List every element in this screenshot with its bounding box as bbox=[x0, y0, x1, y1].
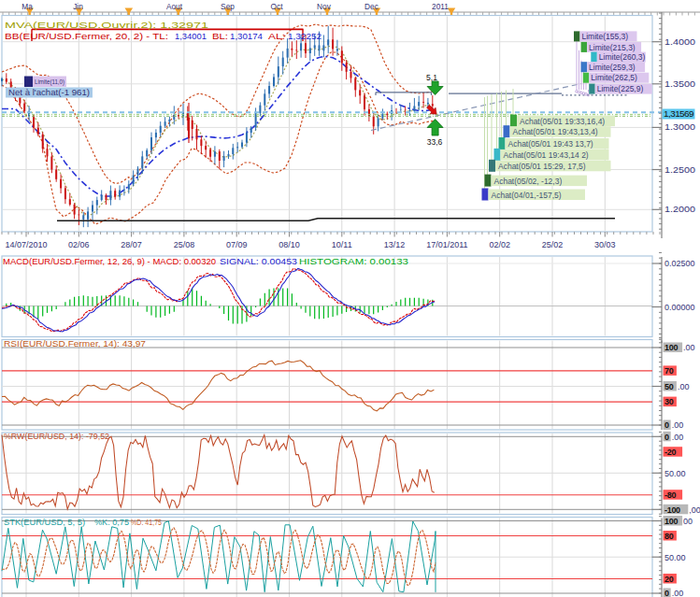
svg-text:100: 100 bbox=[664, 517, 678, 526]
svg-text:Achat(05/01 19:43 13,7): Achat(05/01 19:43 13,7) bbox=[508, 139, 593, 149]
svg-text:Achat(05/02, -12,3): Achat(05/02, -12,3) bbox=[494, 177, 563, 186]
svg-text:-20: -20 bbox=[664, 448, 676, 457]
svg-text:1,34001: 1,34001 bbox=[175, 32, 207, 41]
svg-text:Net à l'achat(-1 961): Net à l'achat(-1 961) bbox=[8, 88, 90, 97]
svg-text:1.3500: 1.3500 bbox=[664, 79, 695, 89]
svg-text:Limite(155,3): Limite(155,3) bbox=[582, 32, 629, 41]
svg-text:2011: 2011 bbox=[432, 2, 449, 11]
svg-text:07/09: 07/09 bbox=[226, 240, 248, 249]
svg-text:-80: -80 bbox=[664, 490, 676, 500]
svg-text:Achat(05/01 19:43,14 2): Achat(05/01 19:43,14 2) bbox=[504, 150, 589, 160]
svg-text:17/01/2011: 17/01/2011 bbox=[426, 240, 467, 249]
svg-text:00: 00 bbox=[683, 517, 693, 526]
svg-text:30: 30 bbox=[664, 397, 674, 406]
svg-text:-100: -100 bbox=[664, 505, 680, 515]
svg-text:Dec: Dec bbox=[364, 2, 379, 11]
svg-text:100: 100 bbox=[664, 343, 678, 352]
svg-text:.00: .00 bbox=[672, 433, 684, 442]
svg-text:Oct: Oct bbox=[271, 2, 284, 11]
svg-text:Nov: Nov bbox=[317, 2, 332, 11]
svg-text:25/02: 25/02 bbox=[542, 240, 564, 249]
svg-text:Limite(262,5): Limite(262,5) bbox=[591, 73, 637, 82]
svg-text:.00: .00 bbox=[683, 343, 695, 352]
svg-text:Limite(11,0): Limite(11,0) bbox=[35, 78, 64, 86]
svg-text:50: 50 bbox=[664, 382, 674, 391]
svg-text:.00: .00 bbox=[672, 589, 684, 597]
svg-text:.00: .00 bbox=[672, 420, 684, 430]
svg-text:10/11: 10/11 bbox=[332, 240, 352, 249]
svg-text:20: 20 bbox=[664, 575, 674, 584]
svg-text:1.4000: 1.4000 bbox=[664, 37, 695, 47]
svg-text:Sep: Sep bbox=[221, 2, 235, 11]
svg-text:%RW(EUR/USD, 14): -79,52: %RW(EUR/USD, 14): -79,52 bbox=[4, 432, 109, 441]
svg-text:Aout: Aout bbox=[166, 2, 183, 11]
svg-text:08/10: 08/10 bbox=[279, 240, 300, 249]
svg-text:1.2500: 1.2500 bbox=[664, 165, 695, 175]
svg-text:%D: 41,75: %D: 41,75 bbox=[131, 518, 162, 527]
svg-text:Limite(259,3): Limite(259,3) bbox=[589, 63, 636, 72]
svg-text:14/07/2010: 14/07/2010 bbox=[5, 240, 47, 249]
svg-text:50.00: 50.00 bbox=[664, 469, 686, 478]
svg-text:0: 0 bbox=[664, 420, 669, 430]
svg-text:Achat(05/01 19:43,13,4): Achat(05/01 19:43,13,4) bbox=[513, 127, 598, 136]
svg-text:1,30174: 1,30174 bbox=[230, 32, 263, 41]
svg-text:0: 0 bbox=[664, 433, 669, 442]
svg-text:Jin: Jin bbox=[73, 2, 83, 11]
svg-text:Achat(04/01,-157,5): Achat(04/01,-157,5) bbox=[492, 191, 562, 200]
svg-text:1.3000: 1.3000 bbox=[664, 122, 695, 132]
svg-text:1,32252: 1,32252 bbox=[288, 32, 321, 41]
svg-text:BL:: BL: bbox=[212, 32, 228, 41]
svg-text:1.2000: 1.2000 bbox=[664, 205, 695, 214]
svg-text:02/02: 02/02 bbox=[489, 240, 510, 249]
svg-text:Limite(225,9): Limite(225,9) bbox=[597, 84, 644, 93]
svg-text:Achat(05/01 19:33,16,4): Achat(05/01 19:33,16,4) bbox=[520, 117, 605, 126]
svg-text:Limite(260,3): Limite(260,3) bbox=[599, 52, 646, 62]
svg-text:13/12: 13/12 bbox=[384, 240, 406, 249]
svg-text:70: 70 bbox=[664, 366, 674, 376]
svg-text:33,6: 33,6 bbox=[427, 137, 443, 147]
svg-text:02/06: 02/06 bbox=[68, 240, 90, 249]
svg-text:RSI(EUR/USD.Fermer, 14): 43,97: RSI(EUR/USD.Fermer, 14): 43,97 bbox=[4, 339, 146, 348]
svg-text:STK(EUR/USD, 5, 5): STK(EUR/USD, 5, 5) bbox=[4, 518, 85, 527]
svg-text:5,1: 5,1 bbox=[426, 73, 437, 82]
svg-text:0: 0 bbox=[664, 589, 669, 597]
svg-text:Achat(05/01 15:29, 17,5): Achat(05/01 15:29, 17,5) bbox=[498, 162, 586, 171]
svg-text:30/03: 30/03 bbox=[594, 240, 616, 249]
svg-text:Limite(215,3): Limite(215,3) bbox=[589, 43, 636, 52]
svg-text:,00: ,00 bbox=[689, 505, 700, 515]
svg-text:BB(EUR/USD.Fermer, 20, 2) - T: BB(EUR/USD.Fermer, 20, 2) - TL: bbox=[5, 32, 168, 41]
svg-text:SIGNAL: 0.00453: SIGNAL: 0.00453 bbox=[220, 257, 297, 266]
svg-text:0.02500: 0.02500 bbox=[664, 259, 695, 268]
svg-text:28/07: 28/07 bbox=[121, 240, 142, 249]
svg-text:80: 80 bbox=[664, 532, 674, 541]
svg-text:MACD(EUR/USD.Fermer, 12, 26, 9: MACD(EUR/USD.Fermer, 12, 26, 9) - MACD: … bbox=[3, 257, 216, 266]
svg-text:0.00000: 0.00000 bbox=[664, 303, 695, 312]
svg-text:50.00: 50.00 bbox=[664, 553, 686, 562]
svg-text:Ma: Ma bbox=[21, 2, 33, 11]
svg-text:%K: 0,75: %K: 0,75 bbox=[94, 518, 129, 527]
svg-text:.00: .00 bbox=[678, 382, 690, 391]
svg-text:1,31569: 1,31569 bbox=[664, 109, 694, 119]
svg-text:MVA(EUR/USD.Ouvrir,2): 1,32971: MVA(EUR/USD.Ouvrir,2): 1,32971 bbox=[5, 21, 208, 30]
svg-text:HISTOGRAM: 0.00133: HISTOGRAM: 0.00133 bbox=[299, 257, 408, 266]
svg-text:AL:: AL: bbox=[268, 32, 285, 41]
svg-text:25/08: 25/08 bbox=[174, 240, 195, 249]
